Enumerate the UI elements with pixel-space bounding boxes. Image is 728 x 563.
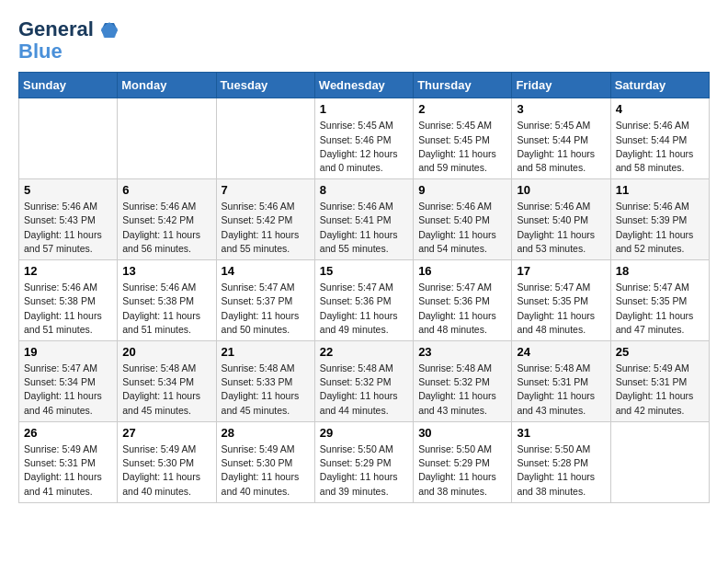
day-number: 4 <box>616 102 704 116</box>
weekday-header-tuesday: Tuesday <box>216 73 314 98</box>
logo-text-line2: Blue <box>18 40 118 63</box>
calendar-cell: 28Sunrise: 5:49 AMSunset: 5:30 PMDayligh… <box>216 421 314 502</box>
calendar-cell: 18Sunrise: 5:47 AMSunset: 5:35 PMDayligh… <box>610 260 709 341</box>
calendar-table: SundayMondayTuesdayWednesdayThursdayFrid… <box>18 72 710 502</box>
weekday-header-wednesday: Wednesday <box>314 73 413 98</box>
day-number: 13 <box>122 264 210 278</box>
calendar-cell: 19Sunrise: 5:47 AMSunset: 5:34 PMDayligh… <box>19 341 118 422</box>
calendar-cell: 8Sunrise: 5:46 AMSunset: 5:41 PMDaylight… <box>314 179 413 260</box>
weekday-header-saturday: Saturday <box>610 73 709 98</box>
day-detail: Sunrise: 5:46 AMSunset: 5:38 PMDaylight:… <box>24 281 112 337</box>
calendar-cell: 29Sunrise: 5:50 AMSunset: 5:29 PMDayligh… <box>314 421 413 502</box>
calendar-header-row: SundayMondayTuesdayWednesdayThursdayFrid… <box>19 73 710 98</box>
day-detail: Sunrise: 5:50 AMSunset: 5:29 PMDaylight:… <box>418 442 506 499</box>
day-number: 9 <box>418 183 506 197</box>
weekday-header-thursday: Thursday <box>414 73 512 98</box>
day-detail: Sunrise: 5:49 AMSunset: 5:31 PMDaylight:… <box>616 362 704 418</box>
day-detail: Sunrise: 5:46 AMSunset: 5:44 PMDaylight:… <box>616 119 704 175</box>
day-number: 25 <box>616 345 704 359</box>
day-number: 7 <box>222 183 310 197</box>
calendar-cell: 25Sunrise: 5:49 AMSunset: 5:31 PMDayligh… <box>610 341 709 422</box>
day-number: 5 <box>24 183 112 197</box>
calendar-cell <box>610 421 709 502</box>
calendar-cell: 21Sunrise: 5:48 AMSunset: 5:33 PMDayligh… <box>216 341 314 422</box>
weekday-header-sunday: Sunday <box>19 73 118 98</box>
calendar-cell: 17Sunrise: 5:47 AMSunset: 5:35 PMDayligh… <box>512 260 610 341</box>
day-detail: Sunrise: 5:46 AMSunset: 5:40 PMDaylight:… <box>418 200 506 256</box>
day-number: 14 <box>222 264 310 278</box>
logo-text-line1: General <box>18 18 118 40</box>
calendar-body: 1Sunrise: 5:45 AMSunset: 5:46 PMDaylight… <box>19 98 710 502</box>
calendar-cell: 11Sunrise: 5:46 AMSunset: 5:39 PMDayligh… <box>610 179 709 260</box>
calendar-cell: 3Sunrise: 5:45 AMSunset: 5:44 PMDaylight… <box>512 98 610 179</box>
calendar-week-5: 26Sunrise: 5:49 AMSunset: 5:31 PMDayligh… <box>19 421 710 502</box>
calendar-cell: 2Sunrise: 5:45 AMSunset: 5:45 PMDaylight… <box>414 98 512 179</box>
day-detail: Sunrise: 5:47 AMSunset: 5:34 PMDaylight:… <box>24 362 112 418</box>
day-detail: Sunrise: 5:48 AMSunset: 5:34 PMDaylight:… <box>122 362 210 418</box>
logo-icon <box>101 21 118 40</box>
calendar-cell: 24Sunrise: 5:48 AMSunset: 5:31 PMDayligh… <box>512 341 610 422</box>
calendar-cell: 10Sunrise: 5:46 AMSunset: 5:40 PMDayligh… <box>512 179 610 260</box>
day-detail: Sunrise: 5:47 AMSunset: 5:37 PMDaylight:… <box>222 281 310 337</box>
day-number: 20 <box>122 345 210 359</box>
day-detail: Sunrise: 5:46 AMSunset: 5:40 PMDaylight:… <box>517 200 605 256</box>
day-detail: Sunrise: 5:48 AMSunset: 5:32 PMDaylight:… <box>418 362 506 418</box>
calendar-cell: 30Sunrise: 5:50 AMSunset: 5:29 PMDayligh… <box>414 421 512 502</box>
calendar-week-1: 1Sunrise: 5:45 AMSunset: 5:46 PMDaylight… <box>19 98 710 179</box>
calendar-cell: 4Sunrise: 5:46 AMSunset: 5:44 PMDaylight… <box>610 98 709 179</box>
day-detail: Sunrise: 5:50 AMSunset: 5:28 PMDaylight:… <box>517 442 605 499</box>
day-detail: Sunrise: 5:45 AMSunset: 5:46 PMDaylight:… <box>320 119 408 175</box>
day-number: 30 <box>418 426 506 440</box>
day-number: 16 <box>418 264 506 278</box>
calendar-cell <box>19 98 118 179</box>
day-detail: Sunrise: 5:48 AMSunset: 5:31 PMDaylight:… <box>517 362 605 418</box>
calendar-cell: 9Sunrise: 5:46 AMSunset: 5:40 PMDaylight… <box>414 179 512 260</box>
calendar-cell: 12Sunrise: 5:46 AMSunset: 5:38 PMDayligh… <box>19 260 118 341</box>
page-header: General Blue <box>18 18 710 63</box>
day-detail: Sunrise: 5:49 AMSunset: 5:30 PMDaylight:… <box>122 442 210 499</box>
day-detail: Sunrise: 5:49 AMSunset: 5:30 PMDaylight:… <box>222 442 310 499</box>
day-number: 31 <box>517 426 605 440</box>
day-detail: Sunrise: 5:49 AMSunset: 5:31 PMDaylight:… <box>24 442 112 499</box>
calendar-cell: 16Sunrise: 5:47 AMSunset: 5:36 PMDayligh… <box>414 260 512 341</box>
day-number: 3 <box>517 102 605 116</box>
day-number: 22 <box>320 345 408 359</box>
calendar-cell: 7Sunrise: 5:46 AMSunset: 5:42 PMDaylight… <box>216 179 314 260</box>
day-detail: Sunrise: 5:46 AMSunset: 5:42 PMDaylight:… <box>122 200 210 256</box>
day-detail: Sunrise: 5:47 AMSunset: 5:35 PMDaylight:… <box>616 281 704 337</box>
calendar-cell <box>118 98 216 179</box>
weekday-header-monday: Monday <box>118 73 216 98</box>
calendar-cell: 13Sunrise: 5:46 AMSunset: 5:38 PMDayligh… <box>118 260 216 341</box>
day-number: 11 <box>616 183 704 197</box>
day-detail: Sunrise: 5:50 AMSunset: 5:29 PMDaylight:… <box>320 442 408 499</box>
calendar-cell: 26Sunrise: 5:49 AMSunset: 5:31 PMDayligh… <box>19 421 118 502</box>
day-number: 26 <box>24 426 112 440</box>
calendar-cell: 20Sunrise: 5:48 AMSunset: 5:34 PMDayligh… <box>118 341 216 422</box>
calendar-week-3: 12Sunrise: 5:46 AMSunset: 5:38 PMDayligh… <box>19 260 710 341</box>
calendar-cell: 1Sunrise: 5:45 AMSunset: 5:46 PMDaylight… <box>314 98 413 179</box>
calendar-cell: 15Sunrise: 5:47 AMSunset: 5:36 PMDayligh… <box>314 260 413 341</box>
day-detail: Sunrise: 5:47 AMSunset: 5:35 PMDaylight:… <box>517 281 605 337</box>
day-number: 19 <box>24 345 112 359</box>
day-number: 21 <box>222 345 310 359</box>
day-detail: Sunrise: 5:46 AMSunset: 5:41 PMDaylight:… <box>320 200 408 256</box>
day-number: 23 <box>418 345 506 359</box>
calendar-cell: 14Sunrise: 5:47 AMSunset: 5:37 PMDayligh… <box>216 260 314 341</box>
day-number: 1 <box>320 102 408 116</box>
calendar-cell: 31Sunrise: 5:50 AMSunset: 5:28 PMDayligh… <box>512 421 610 502</box>
calendar-cell: 6Sunrise: 5:46 AMSunset: 5:42 PMDaylight… <box>118 179 216 260</box>
day-detail: Sunrise: 5:46 AMSunset: 5:42 PMDaylight:… <box>222 200 310 256</box>
svg-marker-1 <box>101 22 118 38</box>
calendar-cell: 22Sunrise: 5:48 AMSunset: 5:32 PMDayligh… <box>314 341 413 422</box>
day-number: 24 <box>517 345 605 359</box>
day-detail: Sunrise: 5:46 AMSunset: 5:39 PMDaylight:… <box>616 200 704 256</box>
day-number: 2 <box>418 102 506 116</box>
day-number: 15 <box>320 264 408 278</box>
day-number: 10 <box>517 183 605 197</box>
day-number: 6 <box>122 183 210 197</box>
day-number: 8 <box>320 183 408 197</box>
day-number: 17 <box>517 264 605 278</box>
calendar-cell: 5Sunrise: 5:46 AMSunset: 5:43 PMDaylight… <box>19 179 118 260</box>
calendar-week-2: 5Sunrise: 5:46 AMSunset: 5:43 PMDaylight… <box>19 179 710 260</box>
day-detail: Sunrise: 5:46 AMSunset: 5:38 PMDaylight:… <box>122 281 210 337</box>
